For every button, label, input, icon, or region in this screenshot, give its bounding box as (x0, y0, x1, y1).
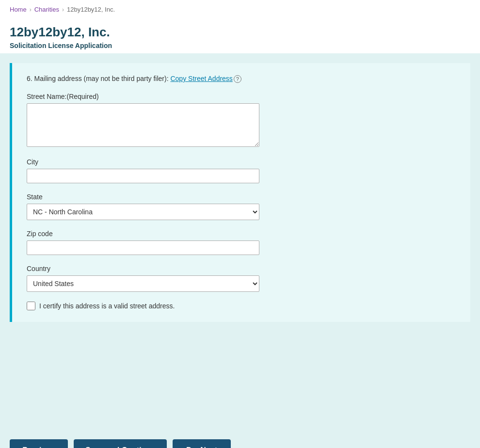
country-label: Country (27, 265, 456, 272)
help-icon[interactable]: ? (234, 75, 241, 83)
devnext-button[interactable]: DevNext (173, 439, 231, 448)
certify-checkbox-group: I certify this address is a valid street… (27, 302, 456, 310)
city-group: City (27, 158, 456, 183)
breadcrumb-charities[interactable]: Charities (34, 6, 59, 13)
certify-checkbox-label: I certify this address is a valid street… (39, 302, 175, 310)
state-group: State AL - AlabamaAK - AlaskaAZ - Arizon… (27, 193, 456, 220)
city-input[interactable] (27, 169, 259, 183)
street-name-group: Street Name:(Required) (27, 93, 456, 148)
zip-code-group: Zip code (27, 230, 456, 255)
main-content: 6. Mailing address (may not be third par… (0, 53, 480, 432)
street-name-label: Street Name:(Required) (27, 93, 456, 100)
section-heading-text: Mailing address (may not be third party … (34, 75, 169, 82)
page-title: 12by12by12, Inc. (10, 25, 470, 40)
page-subtitle: Solicitation License Application (10, 42, 470, 49)
page-header: 12by12by12, Inc. Solicitation License Ap… (0, 17, 480, 53)
certify-checkbox[interactable] (27, 302, 35, 310)
footer-wrapper: Previous Save and Continue DevNext Page … (0, 432, 480, 448)
state-label: State (27, 193, 456, 201)
footer-bar: Previous Save and Continue DevNext (0, 432, 480, 448)
breadcrumb-current: 12by12by12, Inc. (67, 6, 115, 13)
zip-code-input[interactable] (27, 240, 259, 255)
street-name-input[interactable] (27, 103, 259, 147)
section-title: 6. Mailing address (may not be third par… (27, 75, 456, 83)
section-number: 6. (27, 75, 32, 82)
country-group: Country United StatesCanadaMexicoUnited … (27, 265, 456, 292)
breadcrumb-home[interactable]: Home (10, 6, 27, 13)
previous-button[interactable]: Previous (10, 439, 68, 448)
country-select[interactable]: United StatesCanadaMexicoUnited KingdomA… (27, 275, 259, 292)
copy-street-address-link[interactable]: Copy Street Address (170, 75, 232, 82)
form-section: 6. Mailing address (may not be third par… (10, 63, 470, 322)
breadcrumb: Home › Charities › 12by12by12, Inc. (0, 0, 480, 17)
breadcrumb-separator-1: › (30, 6, 32, 13)
breadcrumb-separator-2: › (62, 6, 64, 13)
zip-code-label: Zip code (27, 230, 456, 238)
save-continue-button[interactable]: Save and Continue (74, 439, 167, 448)
state-select[interactable]: AL - AlabamaAK - AlaskaAZ - ArizonaAR - … (27, 204, 259, 220)
city-label: City (27, 158, 456, 166)
